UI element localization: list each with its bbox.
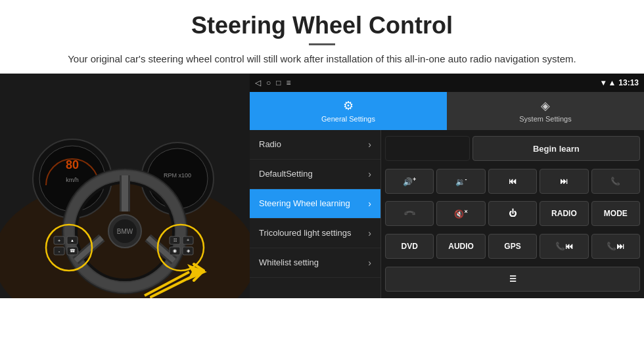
- title-divider: [309, 43, 335, 45]
- dvd-label: DVD: [402, 242, 418, 251]
- hang-up-icon: 📞: [403, 207, 417, 221]
- svg-text:☷: ☷: [173, 238, 177, 242]
- call-icon: 📞: [610, 177, 620, 186]
- gps-label: GPS: [504, 242, 520, 251]
- top-section: Steering Wheel Control Your original car…: [0, 0, 644, 74]
- page-title: Steering Wheel Control: [26, 12, 618, 39]
- svg-text:80: 80: [66, 158, 79, 171]
- signal-icon: ▾: [601, 78, 605, 87]
- subtitle-text: Your original car's steering wheel contr…: [26, 52, 618, 67]
- status-right: ▾ ▲ 13:13: [601, 78, 639, 87]
- hang-up-button[interactable]: 📞: [385, 201, 434, 226]
- menu-tricoloured-arrow: ›: [368, 228, 371, 238]
- svg-text:▲: ▲: [70, 238, 74, 242]
- recents-nav-icon[interactable]: □: [276, 78, 281, 87]
- audio-button[interactable]: AUDIO: [436, 234, 485, 259]
- left-menu: Radio › DefaultSetting › Steering Wheel …: [250, 130, 381, 298]
- android-panel: ◁ ○ □ ≡ ▾ ▲ 13:13 ⚙ General Settings ◈ S…: [250, 74, 644, 298]
- menu-item-radio[interactable]: Radio ›: [250, 130, 380, 160]
- menu-default-arrow: ›: [368, 169, 371, 179]
- svg-text:+: +: [58, 238, 60, 243]
- tab-system-settings[interactable]: ◈ System Settings: [447, 92, 644, 130]
- tab-general-label: General Settings: [321, 115, 375, 123]
- custom-button[interactable]: ☰: [385, 267, 640, 292]
- general-settings-icon: ⚙: [343, 99, 354, 113]
- call-answer-button[interactable]: 📞: [591, 169, 640, 194]
- control-row-2: 📞 🔇× ⏻ RADIO MODE: [385, 199, 640, 229]
- wifi-icon: ▲: [608, 78, 616, 87]
- vol-up-icon: 🔊+: [403, 176, 416, 187]
- svg-text:km/h: km/h: [66, 177, 79, 183]
- svg-text:☎: ☎: [70, 248, 76, 253]
- menu-radio-arrow: ›: [368, 139, 371, 150]
- power-button[interactable]: ⏻: [488, 201, 537, 226]
- menu-tricoloured-label: Tricoloured light settings: [259, 228, 351, 238]
- menu-default-label: DefaultSetting: [259, 169, 313, 179]
- content-area: Radio › DefaultSetting › Steering Wheel …: [250, 130, 644, 298]
- svg-text:BMW: BMW: [117, 228, 133, 235]
- right-controls: Begin learn 🔊+ 🔉- ⏮ ⏭: [381, 130, 644, 298]
- dvd-button[interactable]: DVD: [385, 234, 434, 259]
- vol-down-button[interactable]: 🔉-: [436, 169, 485, 194]
- tel-prev-icon: 📞⏮: [555, 242, 573, 251]
- svg-text:+: +: [187, 238, 189, 242]
- menu-steering-arrow: ›: [368, 198, 371, 209]
- ctrl-empty-1: [385, 136, 470, 161]
- time-display: 13:13: [618, 78, 639, 87]
- control-row-1: 🔊+ 🔉- ⏮ ⏭ 📞: [385, 166, 640, 196]
- mute-icon: 🔇×: [454, 208, 467, 219]
- control-row-0: Begin learn: [385, 134, 640, 164]
- radio-label: RADIO: [551, 209, 577, 218]
- menu-nav-icon[interactable]: ≡: [287, 78, 291, 87]
- control-row-3: DVD AUDIO GPS 📞⏮ 📞⏭: [385, 231, 640, 261]
- tel-prev-button[interactable]: 📞⏮: [540, 234, 588, 259]
- vol-down-icon: 🔉-: [455, 176, 467, 187]
- menu-radio-label: Radio: [259, 139, 281, 149]
- tab-system-label: System Settings: [519, 115, 571, 123]
- next-track-icon: ⏭: [560, 177, 568, 186]
- back-nav-icon[interactable]: ◁: [255, 78, 261, 87]
- custom-icon: ☰: [509, 275, 517, 284]
- audio-label: AUDIO: [448, 242, 474, 251]
- menu-item-whitelist[interactable]: Whitelist setting ›: [250, 248, 380, 278]
- tab-bar: ⚙ General Settings ◈ System Settings: [250, 92, 644, 130]
- vol-up-button[interactable]: 🔊+: [385, 169, 434, 194]
- menu-whitelist-arrow: ›: [368, 257, 371, 268]
- system-settings-icon: ◈: [541, 99, 550, 113]
- prev-track-icon: ⏮: [509, 177, 517, 186]
- menu-steering-label: Steering Wheel learning: [259, 198, 350, 208]
- control-row-4: ☰: [385, 264, 640, 294]
- menu-item-default[interactable]: DefaultSetting ›: [250, 160, 380, 189]
- steering-wheel-image: 80 km/h RPM x100: [0, 74, 250, 298]
- svg-text:RPM x100: RPM x100: [164, 172, 191, 179]
- home-nav-icon[interactable]: ○: [266, 78, 271, 87]
- svg-text:◉: ◉: [173, 248, 177, 253]
- power-icon: ⏻: [509, 209, 517, 218]
- mute-button[interactable]: 🔇×: [436, 201, 485, 226]
- radio-button[interactable]: RADIO: [540, 201, 588, 226]
- tel-next-icon: 📞⏭: [607, 242, 624, 251]
- prev-track-button[interactable]: ⏮: [488, 169, 537, 194]
- car-image-panel: 80 km/h RPM x100: [0, 74, 250, 298]
- gps-button[interactable]: GPS: [488, 234, 537, 259]
- begin-learn-button[interactable]: Begin learn: [472, 136, 640, 161]
- status-left: ◁ ○ □ ≡: [255, 78, 291, 87]
- menu-whitelist-label: Whitelist setting: [259, 257, 319, 267]
- main-content: 80 km/h RPM x100: [0, 74, 644, 298]
- mode-button[interactable]: MODE: [591, 201, 640, 226]
- menu-item-steering[interactable]: Steering Wheel learning ›: [250, 189, 380, 219]
- status-bar: ◁ ○ □ ≡ ▾ ▲ 13:13: [250, 74, 644, 92]
- svg-text:-: -: [58, 248, 60, 254]
- next-track-button[interactable]: ⏭: [540, 169, 588, 194]
- mode-label: MODE: [604, 209, 628, 218]
- tel-next-button[interactable]: 📞⏭: [591, 234, 640, 259]
- tab-general-settings[interactable]: ⚙ General Settings: [250, 92, 447, 130]
- menu-item-tricoloured[interactable]: Tricoloured light settings ›: [250, 219, 380, 248]
